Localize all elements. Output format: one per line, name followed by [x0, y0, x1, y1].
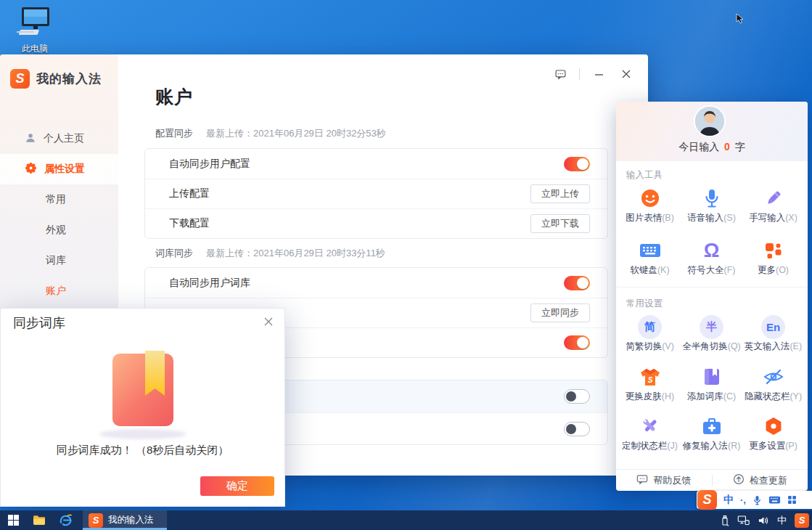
minimize-button[interactable] [590, 66, 607, 82]
toggle-on[interactable] [564, 335, 590, 350]
tool-grid-row: 软键盘(K) Ω 符号大全(F) 更多(O) [619, 239, 805, 277]
setting-grid-label: 英文输入法 [745, 341, 790, 351]
group-label-input-tools: 输入工具 [626, 169, 663, 182]
taskbar-app-label: 我的输入法 [108, 514, 154, 526]
tool-picture-emoji[interactable]: 图片表情(B) [619, 187, 681, 224]
help-feedback-button[interactable]: 帮助反馈 [616, 470, 712, 491]
sogou-tray-icon[interactable]: S [795, 513, 809, 528]
sidebar-item-profile[interactable]: 个人主页 [0, 123, 118, 154]
desktop-icon-this-pc[interactable]: 此电脑 [9, 6, 61, 55]
dialog-close-icon[interactable] [261, 314, 276, 329]
setting-key: (E) [790, 341, 802, 351]
half-width-icon: 半 [681, 315, 742, 338]
update-arrow-icon [733, 473, 745, 487]
setting-hide-statusbar[interactable]: 隐藏状态栏(Y) [742, 365, 804, 403]
nut-icon [742, 415, 804, 438]
tool-voice-input[interactable]: 语音输入(S) [681, 187, 742, 224]
tool-soft-keyboard[interactable]: 软键盘(K) [619, 239, 681, 277]
pencil-icon [742, 187, 804, 210]
sidebar-item-account[interactable]: 账户 [0, 276, 118, 306]
tool-grid-row: 图片表情(B) 语音输入(S) 手写输入 [619, 187, 805, 224]
setting-grid-label: 添加词库 [687, 391, 723, 401]
internet-explorer-icon[interactable] [52, 510, 78, 530]
app-title: 我的输入法 [36, 70, 102, 87]
today-input-count: 今日输入 0 字 [616, 141, 808, 154]
setting-simp-trad[interactable]: 简 简繁切换(V) [619, 315, 681, 353]
statusbar-mic-icon[interactable] [752, 494, 762, 506]
tool-key: (O) [776, 265, 789, 275]
punctuation-toggle[interactable]: ·, [740, 494, 746, 505]
toggle-off[interactable] [564, 389, 590, 404]
hidden-eye-icon [742, 365, 804, 388]
setting-grid-row: S 更换皮肤(H) 添加词库(C) [619, 365, 805, 403]
toggle-off[interactable] [564, 422, 590, 436]
sidebar-item-appearance[interactable]: 外观 [0, 215, 118, 245]
sidebar-item-lexicon[interactable]: 词库 [0, 245, 118, 276]
tool-symbols[interactable]: Ω 符号大全(F) [681, 239, 742, 277]
this-pc-icon [16, 29, 54, 41]
speaker-tray-icon[interactable] [758, 515, 769, 526]
tool-handwriting[interactable]: 手写输入(X) [742, 187, 804, 224]
setting-full-half-width[interactable]: 半 全半角切换(Q) [681, 315, 742, 353]
setting-repair-ime[interactable]: 修复输入法(R) [681, 415, 742, 452]
setting-row-upload-config: 上传配置 立即上传 [145, 179, 607, 208]
tool-label: 符号大全 [688, 265, 724, 275]
cn-en-mode-toggle[interactable]: 中 [723, 494, 734, 507]
tool-label: 图片表情 [626, 213, 662, 223]
titlebar-divider [579, 68, 580, 80]
setting-more-settings[interactable]: 更多设置(P) [742, 415, 804, 452]
upload-now-button[interactable]: 立即上传 [530, 184, 590, 203]
config-sync-card: 自动同步用户配置 上传配置 立即上传 下载配置 立即下载 [144, 148, 608, 239]
bookmark-ribbon [145, 351, 165, 396]
help-feedback-label: 帮助反馈 [653, 474, 691, 487]
sidebar-item-common[interactable]: 常用 [0, 184, 118, 215]
dialog-title: 同步词库 [13, 314, 65, 332]
usb-tray-icon[interactable] [721, 515, 729, 526]
setting-add-lexicon[interactable]: 添加词库(C) [681, 365, 742, 403]
setting-label: 下载配置 [169, 217, 210, 230]
ime-cn-indicator[interactable]: 中 [777, 514, 787, 527]
tool-more[interactable]: 更多(O) [742, 239, 804, 277]
sogou-logo-icon[interactable]: S [697, 490, 717, 510]
download-now-button[interactable]: 立即下载 [530, 214, 590, 233]
setting-label: 上传配置 [169, 187, 210, 200]
close-button[interactable] [618, 66, 635, 82]
tool-label: 软键盘 [630, 265, 657, 275]
file-explorer-icon[interactable] [26, 510, 52, 530]
setting-grid-label: 定制状态栏 [622, 441, 668, 451]
statusbar-toolbox-icon[interactable] [787, 495, 797, 505]
english-icon: En [742, 315, 804, 338]
avatar[interactable] [694, 105, 726, 137]
check-update-button[interactable]: 检查更新 [713, 470, 808, 491]
desktop: 此电脑 S 我的输入法 个人主页 [0, 0, 812, 530]
setting-customize-statusbar[interactable]: 定制状态栏(J) [619, 415, 681, 452]
toggle-auto-sync-lexicon[interactable] [564, 276, 590, 290]
sidebar-item-settings[interactable]: 属性设置 [0, 154, 118, 184]
section-header-config-sync: 配置同步 最新上传：2021年06月29日 20时32分53秒 [155, 127, 386, 140]
network-tray-icon[interactable] [737, 515, 750, 526]
book-illustration [112, 354, 173, 426]
sync-now-button[interactable]: 立即同步 [530, 303, 590, 322]
repair-kit-icon [681, 415, 742, 438]
setting-grid-row: 定制状态栏(J) 修复输入法(R) 更多设置(P) [619, 415, 805, 452]
desktop-icon-label: 此电脑 [9, 43, 61, 55]
setting-english-ime[interactable]: En 英文输入法(E) [742, 315, 804, 353]
tshirt-icon: S [619, 365, 681, 388]
taskbar-app-sogou-settings[interactable]: S 我的输入法 [83, 510, 167, 530]
sidebar-list: 个人主页 属性设置 常用 [0, 123, 118, 306]
today-suffix: 字 [735, 141, 745, 152]
setting-grid-label: 修复输入法 [683, 441, 729, 451]
simplified-icon: 简 [619, 315, 681, 338]
tool-label: 语音输入 [687, 213, 723, 223]
book-shadow [99, 429, 186, 439]
section-meta: 最新上传：2021年06月29日 20时32分53秒 [206, 127, 386, 140]
setting-change-skin[interactable]: S 更换皮肤(H) [619, 365, 681, 403]
start-button[interactable] [0, 510, 26, 530]
confirm-button[interactable]: 确定 [200, 476, 274, 496]
sidebar-item-label: 常用 [46, 193, 66, 206]
feedback-icon[interactable] [551, 66, 569, 82]
statusbar-keyboard-icon[interactable] [768, 495, 781, 505]
panel-user-area: 今日输入 0 字 [616, 102, 808, 161]
tools-icon [619, 415, 681, 438]
toggle-auto-sync-config[interactable] [564, 157, 590, 171]
